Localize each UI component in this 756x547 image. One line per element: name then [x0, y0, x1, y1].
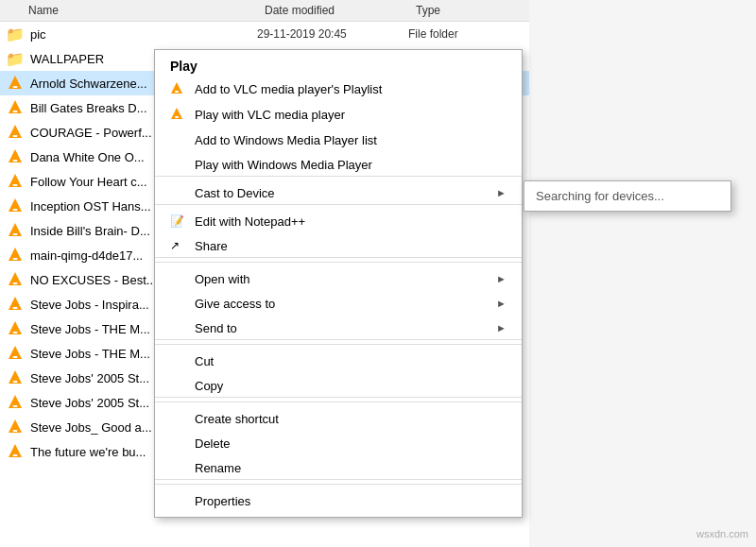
file-type: File folder: [408, 27, 522, 41]
vlc-cone-icon: [8, 345, 23, 363]
watermark: wsxdn.com: [696, 528, 748, 539]
cast-arrow-icon: ►: [496, 187, 507, 198]
menu-rename-label: Rename: [195, 461, 507, 475]
menu-header: Play: [155, 54, 522, 77]
menu-open-with-label: Open with: [195, 272, 496, 286]
menu-share[interactable]: ↗ Share: [155, 233, 522, 258]
svg-rect-19: [13, 307, 18, 309]
svg-rect-17: [13, 282, 18, 284]
menu-properties-label: Properties: [195, 494, 507, 508]
vlc-cone-icon: [8, 320, 23, 338]
menu-give-access-label: Give access to: [195, 297, 496, 311]
divider-1: [155, 262, 522, 263]
divider-2: [155, 344, 522, 345]
column-date: Date modified: [265, 4, 416, 17]
vlc-cone-icon: [8, 148, 23, 166]
menu-cut[interactable]: Cut: [155, 349, 522, 373]
vlc-cone-icon: [8, 173, 23, 191]
vlc-cone-icon: [8, 271, 23, 289]
vlc-cone-icon: [8, 419, 23, 436]
menu-cast-label: Cast to Device: [195, 186, 496, 200]
menu-cast-device[interactable]: Cast to Device ► Searching for devices..…: [155, 180, 522, 205]
vlc-cone-icon: [8, 124, 23, 142]
svg-rect-13: [13, 233, 18, 235]
svg-rect-11: [13, 209, 18, 211]
menu-create-shortcut-label: Create shortcut: [195, 412, 507, 426]
svg-rect-27: [13, 405, 18, 407]
menu-add-to-vlc-playlist[interactable]: Add to VLC media player's Playlist: [155, 77, 522, 102]
menu-copy-label: Copy: [195, 379, 507, 393]
right-panel: [529, 0, 756, 547]
menu-play-vlc[interactable]: Play with VLC media player: [155, 102, 522, 128]
svg-rect-1: [13, 86, 18, 88]
menu-delete[interactable]: Delete: [155, 431, 522, 455]
folder-icon: 📁: [6, 50, 25, 68]
vlc-cone-icon: [8, 296, 23, 314]
give-access-arrow-icon: ►: [496, 298, 507, 309]
menu-share-label: Share: [195, 239, 507, 253]
file-name: pic: [30, 27, 257, 42]
vlc-cone-icon: [8, 75, 23, 93]
column-name: Name: [0, 4, 265, 17]
svg-rect-31: [13, 454, 18, 456]
menu-edit-notepad-label: Edit with Notepad++: [195, 214, 507, 229]
menu-send-to-label: Send to: [195, 321, 496, 335]
svg-rect-23: [13, 356, 18, 358]
vlc-cone-icon: [8, 369, 23, 387]
menu-properties[interactable]: Properties: [155, 488, 522, 513]
searching-text: Searching for devices...: [536, 189, 664, 203]
context-menu: Play Add to VLC media player's Playlist …: [154, 49, 523, 518]
vlc-icon-2: [170, 107, 189, 123]
svg-rect-15: [13, 258, 18, 260]
file-item[interactable]: 📁 pic 29-11-2019 20:45 File folder: [0, 22, 529, 46]
send-to-arrow-icon: ►: [496, 322, 507, 333]
svg-rect-29: [13, 430, 18, 432]
svg-rect-3: [13, 111, 18, 112]
folder-icon: 📁: [6, 26, 25, 43]
svg-rect-7: [13, 160, 18, 162]
menu-play-wmp[interactable]: Play with Windows Media Player: [155, 152, 522, 177]
vlc-cone-icon: [8, 197, 23, 215]
menu-give-access[interactable]: Give access to ►: [155, 291, 522, 316]
menu-copy[interactable]: Copy: [155, 373, 522, 398]
menu-send-to[interactable]: Send to ►: [155, 316, 522, 340]
menu-cut-label: Cut: [195, 354, 507, 368]
file-date: 29-11-2019 20:45: [257, 27, 408, 41]
svg-rect-21: [13, 332, 18, 333]
menu-rename[interactable]: Rename: [155, 455, 522, 480]
menu-play-vlc-label: Play with VLC media player: [195, 108, 507, 122]
menu-delete-label: Delete: [195, 436, 507, 451]
menu-add-vlc-label: Add to VLC media player's Playlist: [195, 82, 507, 96]
divider-3: [155, 402, 522, 402]
menu-add-wmp-label: Add to Windows Media Player list: [195, 133, 507, 147]
vlc-cone-icon: [8, 222, 23, 240]
cast-submenu: Searching for devices...: [524, 180, 731, 212]
menu-create-shortcut[interactable]: Create shortcut: [155, 406, 522, 431]
vlc-cone-icon: [8, 99, 23, 117]
column-type: Type: [416, 4, 529, 17]
share-icon: ↗: [170, 239, 189, 252]
svg-rect-35: [175, 116, 179, 118]
menu-play-wmp-label: Play with Windows Media Player: [195, 158, 507, 172]
menu-add-wmp[interactable]: Add to Windows Media Player list: [155, 128, 522, 152]
vlc-cone-icon: [8, 394, 23, 412]
file-list-header: Name Date modified Type: [0, 0, 529, 22]
divider-4: [155, 484, 522, 485]
vlc-cone-icon: [8, 247, 23, 265]
svg-rect-5: [13, 135, 18, 137]
svg-rect-33: [175, 91, 179, 93]
vlc-cone-icon: [8, 443, 23, 461]
svg-rect-25: [13, 381, 18, 383]
menu-open-with[interactable]: Open with ►: [155, 266, 522, 291]
notepad-icon: 📝: [170, 214, 189, 228]
open-with-arrow-icon: ►: [496, 273, 507, 284]
vlc-icon-1: [170, 81, 189, 97]
svg-rect-9: [13, 184, 18, 186]
menu-edit-notepad[interactable]: 📝 Edit with Notepad++: [155, 209, 522, 233]
